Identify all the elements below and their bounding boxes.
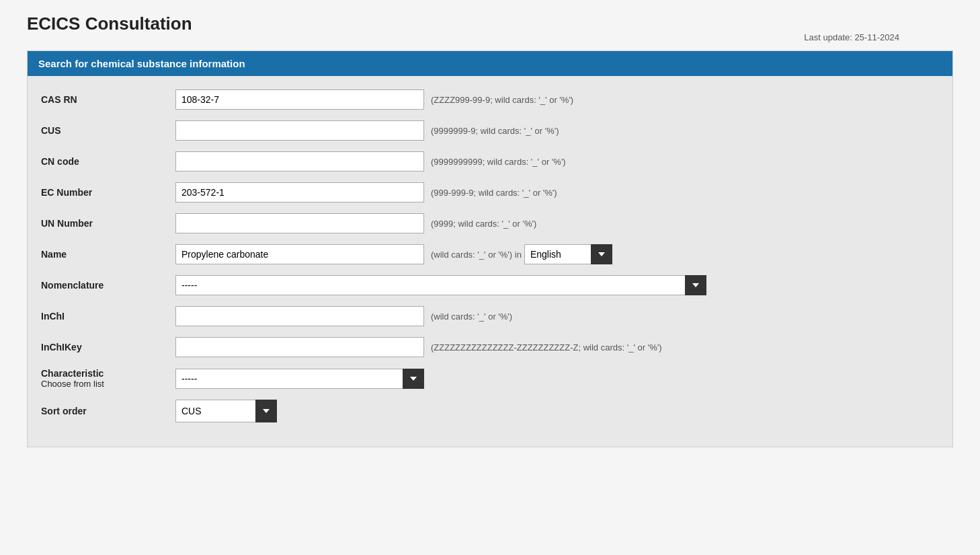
characteristic-dropdown	[175, 369, 424, 389]
cn-code-input[interactable]	[175, 151, 424, 172]
chevron-down-icon	[410, 377, 417, 381]
cn-code-hint: (9999999999; wild cards: '_' or '%')	[431, 157, 566, 167]
name-label: Name	[41, 249, 175, 260]
cn-code-label: CN code	[41, 156, 175, 167]
characteristic-input[interactable]	[175, 369, 403, 389]
sort-order-dropdown	[175, 400, 277, 422]
cus-hint: (9999999-9; wild cards: '_' or '%')	[431, 126, 559, 136]
un-number-hint: (9999; wild cards: '_' or '%')	[431, 219, 536, 229]
inchi-input-area: (wild cards: '_' or '%')	[175, 306, 939, 326]
inchi-input[interactable]	[175, 306, 424, 326]
un-number-input[interactable]	[175, 213, 424, 233]
un-number-input-area: (9999; wild cards: '_' or '%')	[175, 213, 939, 233]
cas-rn-row: CAS RN (ZZZZ999-99-9; wild cards: '_' or…	[41, 89, 939, 110]
characteristic-row: Characteristic Choose from list	[41, 368, 939, 389]
name-input-area: (wild cards: '_' or '%') in	[175, 244, 939, 264]
characteristic-sub-label: Choose from list	[41, 379, 175, 389]
nomenclature-input[interactable]	[175, 275, 686, 295]
inchikey-row: InChIKey (ZZZZZZZZZZZZZZZ-ZZZZZZZZZZ-Z; …	[41, 337, 939, 357]
un-number-label: UN Number	[41, 218, 175, 229]
language-select-group	[524, 244, 612, 264]
cas-rn-label: CAS RN	[41, 94, 175, 105]
chevron-down-icon	[692, 283, 699, 287]
cas-rn-hint: (ZZZZ999-99-9; wild cards: '_' or '%')	[431, 95, 573, 105]
un-number-row: UN Number (9999; wild cards: '_' or '%')	[41, 213, 939, 233]
nomenclature-input-area	[175, 275, 939, 295]
sort-order-row: Sort order	[41, 400, 939, 422]
cas-rn-input[interactable]	[175, 89, 424, 110]
ec-number-row: EC Number (999-999-9; wild cards: '_' or…	[41, 182, 939, 202]
name-input[interactable]	[175, 244, 424, 264]
ec-number-input[interactable]	[175, 182, 424, 202]
inchikey-input-area: (ZZZZZZZZZZZZZZZ-ZZZZZZZZZZ-Z; wild card…	[175, 337, 939, 357]
characteristic-label-group: Characteristic Choose from list	[41, 368, 175, 389]
chevron-down-icon	[598, 252, 605, 256]
name-hint: (wild cards: '_' or '%') in	[431, 250, 522, 260]
language-input[interactable]	[524, 244, 591, 264]
cus-row: CUS (9999999-9; wild cards: '_' or '%')	[41, 120, 939, 141]
inchikey-hint: (ZZZZZZZZZZZZZZZ-ZZZZZZZZZZ-Z; wild card…	[431, 342, 662, 353]
ec-number-label: EC Number	[41, 187, 175, 198]
name-row: Name (wild cards: '_' or '%') in	[41, 244, 939, 264]
page-title: ECICS Consultation	[27, 13, 953, 34]
inchikey-label: InChIKey	[41, 342, 175, 353]
cus-input[interactable]	[175, 120, 424, 141]
nomenclature-label: Nomenclature	[41, 280, 175, 291]
cus-label: CUS	[41, 125, 175, 136]
last-update-text: Last update: 25-11-2024	[804, 32, 899, 42]
inchikey-input[interactable]	[175, 337, 424, 357]
characteristic-input-area	[175, 369, 939, 389]
language-dropdown-button[interactable]	[591, 244, 612, 264]
inchi-hint: (wild cards: '_' or '%')	[431, 311, 512, 322]
inchi-label: InChI	[41, 311, 175, 322]
search-section: Search for chemical substance informatio…	[27, 50, 953, 447]
sort-order-label: Sort order	[41, 406, 175, 416]
nomenclature-dropdown	[175, 275, 706, 295]
ec-number-hint: (999-999-9; wild cards: '_' or '%')	[431, 188, 557, 198]
characteristic-label: Characteristic	[41, 368, 175, 379]
cas-rn-input-area: (ZZZZ999-99-9; wild cards: '_' or '%')	[175, 89, 939, 110]
cn-code-input-area: (9999999999; wild cards: '_' or '%')	[175, 151, 939, 172]
search-section-title: Search for chemical substance informatio…	[28, 51, 952, 76]
inchi-row: InChI (wild cards: '_' or '%')	[41, 306, 939, 326]
ec-number-input-area: (999-999-9; wild cards: '_' or '%')	[175, 182, 939, 202]
sort-order-input[interactable]	[175, 400, 256, 422]
nomenclature-dropdown-button[interactable]	[685, 275, 706, 295]
cn-code-row: CN code (9999999999; wild cards: '_' or …	[41, 151, 939, 172]
cus-input-area: (9999999-9; wild cards: '_' or '%')	[175, 120, 939, 141]
sort-order-dropdown-button[interactable]	[255, 400, 277, 422]
characteristic-dropdown-button[interactable]	[403, 369, 424, 389]
chevron-down-icon	[263, 409, 270, 413]
nomenclature-row: Nomenclature	[41, 275, 939, 295]
